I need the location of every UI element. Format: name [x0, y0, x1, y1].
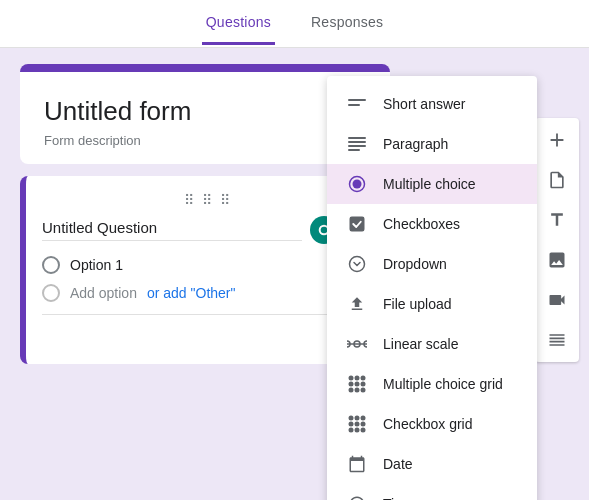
question-type-dropdown: Short answer Paragraph Multiple choi — [327, 76, 537, 500]
menu-item-short-answer[interactable]: Short answer — [327, 84, 537, 124]
checkboxes-icon — [347, 214, 367, 234]
multiple-choice-grid-icon — [347, 374, 367, 394]
svg-rect-3 — [348, 104, 360, 106]
svg-rect-5 — [348, 141, 366, 143]
add-title-button[interactable] — [539, 202, 575, 238]
drag-handle: ⠿ ⠿ ⠿ — [42, 192, 374, 208]
menu-item-linear-scale[interactable]: Linear scale — [327, 324, 537, 364]
svg-point-30 — [361, 422, 366, 427]
svg-point-26 — [355, 416, 360, 421]
svg-point-31 — [349, 428, 354, 433]
svg-point-25 — [349, 416, 354, 421]
svg-rect-2 — [348, 99, 366, 101]
main-content: Untitled form Form description ⠿ ⠿ ⠿ Opt… — [0, 48, 589, 500]
svg-point-16 — [349, 376, 354, 381]
sidebar-right — [535, 118, 579, 362]
radio-circle — [42, 256, 60, 274]
svg-point-9 — [353, 180, 362, 189]
paragraph-label: Paragraph — [383, 136, 448, 152]
date-label: Date — [383, 456, 413, 472]
menu-item-date[interactable]: Date — [327, 444, 537, 484]
add-section-button[interactable] — [539, 322, 575, 358]
add-other-link[interactable]: or add "Other" — [147, 285, 236, 301]
add-question-button[interactable] — [539, 122, 575, 158]
svg-point-29 — [355, 422, 360, 427]
checkbox-grid-label: Checkbox grid — [383, 416, 473, 432]
svg-point-17 — [355, 376, 360, 381]
multiple-choice-icon — [347, 174, 367, 194]
time-icon — [347, 494, 367, 500]
svg-point-33 — [361, 428, 366, 433]
svg-point-23 — [355, 388, 360, 393]
header: Questions Responses — [0, 0, 589, 48]
tab-responses[interactable]: Responses — [307, 2, 387, 45]
import-questions-button[interactable] — [539, 162, 575, 198]
short-answer-label: Short answer — [383, 96, 465, 112]
svg-point-28 — [349, 422, 354, 427]
svg-point-22 — [349, 388, 354, 393]
svg-point-24 — [361, 388, 366, 393]
svg-point-21 — [361, 382, 366, 387]
menu-item-multiple-choice[interactable]: Multiple choice — [327, 164, 537, 204]
checkbox-grid-icon — [347, 414, 367, 434]
paragraph-icon — [347, 134, 367, 154]
menu-item-checkbox-grid[interactable]: Checkbox grid — [327, 404, 537, 444]
card-divider — [42, 314, 374, 315]
form-description[interactable]: Form description — [44, 133, 366, 148]
question-header — [42, 216, 374, 244]
svg-rect-4 — [348, 137, 366, 139]
menu-item-paragraph[interactable]: Paragraph — [327, 124, 537, 164]
svg-point-32 — [355, 428, 360, 433]
svg-point-11 — [350, 257, 365, 272]
svg-rect-10 — [350, 217, 364, 231]
add-radio-circle — [42, 284, 60, 302]
menu-item-dropdown[interactable]: Dropdown — [327, 244, 537, 284]
svg-rect-6 — [348, 145, 366, 147]
dropdown-label: Dropdown — [383, 256, 447, 272]
menu-item-multiple-choice-grid[interactable]: Multiple choice grid — [327, 364, 537, 404]
multiple-choice-grid-label: Multiple choice grid — [383, 376, 503, 392]
svg-point-19 — [349, 382, 354, 387]
short-answer-icon — [347, 94, 367, 114]
checkboxes-label: Checkboxes — [383, 216, 460, 232]
svg-point-20 — [355, 382, 360, 387]
add-image-sidebar-button[interactable] — [539, 242, 575, 278]
option-1-row: Option 1 — [42, 256, 374, 274]
question-title-input[interactable] — [42, 219, 302, 241]
date-icon — [347, 454, 367, 474]
option-1-label: Option 1 — [70, 257, 123, 273]
svg-point-18 — [361, 376, 366, 381]
linear-scale-icon — [347, 334, 367, 354]
add-option-text[interactable]: Add option — [70, 285, 137, 301]
dropdown-icon — [347, 254, 367, 274]
tab-questions[interactable]: Questions — [202, 2, 275, 45]
menu-item-file-upload[interactable]: File upload — [327, 284, 537, 324]
add-option-row: Add option or add "Other" — [42, 284, 374, 302]
multiple-choice-label: Multiple choice — [383, 176, 476, 192]
file-upload-icon — [347, 294, 367, 314]
form-title: Untitled form — [44, 96, 366, 127]
menu-item-time[interactable]: Time — [327, 484, 537, 500]
menu-item-checkboxes[interactable]: Checkboxes — [327, 204, 537, 244]
svg-point-27 — [361, 416, 366, 421]
file-upload-label: File upload — [383, 296, 452, 312]
svg-rect-7 — [348, 149, 360, 151]
card-footer — [42, 327, 374, 352]
add-video-button[interactable] — [539, 282, 575, 318]
time-label: Time — [383, 496, 414, 500]
linear-scale-label: Linear scale — [383, 336, 459, 352]
